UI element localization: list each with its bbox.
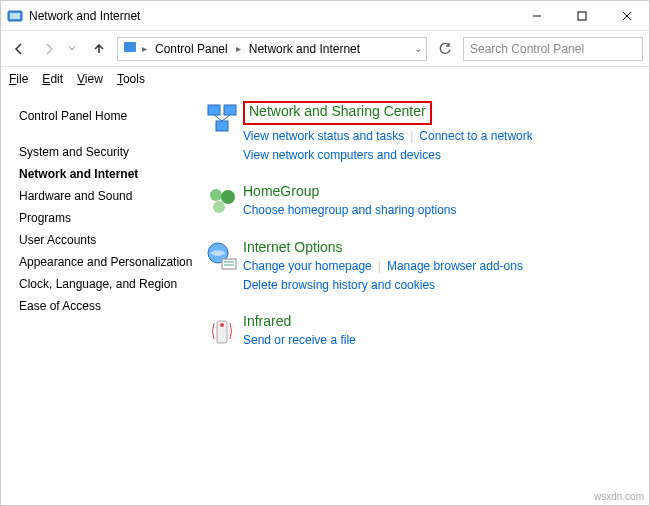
address-bar[interactable]: ▸ Control Panel ▸ Network and Internet ⌄	[117, 37, 427, 61]
sidebar-item-appearance[interactable]: Appearance and Personalization	[19, 251, 193, 273]
svg-rect-7	[208, 105, 220, 115]
category-title[interactable]: Internet Options	[243, 239, 343, 255]
category-network-sharing: Network and Sharing Center View network …	[201, 101, 639, 165]
highlight-box: Network and Sharing Center	[243, 101, 432, 125]
maximize-button[interactable]	[559, 1, 604, 31]
sidebar-home[interactable]: Control Panel Home	[19, 105, 193, 127]
refresh-button[interactable]	[433, 37, 457, 61]
titlebar: Network and Internet	[1, 1, 649, 31]
main-panel: Network and Sharing Center View network …	[201, 91, 649, 378]
breadcrumb-network-internet[interactable]: Network and Internet	[245, 42, 364, 56]
link-change-homepage[interactable]: Change your homepage	[243, 259, 372, 273]
search-input[interactable]: Search Control Panel	[463, 37, 643, 61]
window-controls	[514, 1, 649, 31]
sidebar-item-programs[interactable]: Programs	[19, 207, 193, 229]
internet-options-icon	[201, 239, 243, 295]
svg-line-11	[222, 115, 230, 121]
homegroup-icon	[201, 183, 243, 220]
sidebar-item-user-accounts[interactable]: User Accounts	[19, 229, 193, 251]
category-homegroup: HomeGroup Choose homegroup and sharing o…	[201, 183, 639, 220]
category-internet-options: Internet Options Change your homepage|Ma…	[201, 239, 639, 295]
history-dropdown[interactable]	[67, 42, 81, 56]
up-button[interactable]	[87, 37, 111, 61]
menu-tools[interactable]: Tools	[117, 72, 145, 86]
app-icon	[7, 8, 23, 24]
menu-view[interactable]: View	[77, 72, 103, 86]
svg-line-10	[214, 115, 222, 121]
infrared-icon	[201, 313, 243, 350]
svg-rect-1	[10, 13, 20, 19]
svg-point-20	[220, 323, 224, 327]
sidebar-item-ease-access[interactable]: Ease of Access	[19, 295, 193, 317]
svg-point-14	[213, 201, 225, 213]
toolbar: ▸ Control Panel ▸ Network and Internet ⌄…	[1, 31, 649, 67]
menu-bar: File Edit View Tools	[1, 67, 649, 91]
svg-rect-3	[578, 12, 586, 20]
sidebar-item-network-internet[interactable]: Network and Internet	[19, 163, 193, 185]
chevron-right-icon: ▸	[142, 43, 147, 54]
svg-rect-16	[222, 259, 236, 269]
svg-rect-9	[216, 121, 228, 131]
category-title[interactable]: Network and Sharing Center	[249, 103, 426, 119]
breadcrumb-icon	[122, 39, 138, 58]
svg-point-12	[210, 189, 222, 201]
svg-point-13	[221, 190, 235, 204]
search-placeholder: Search Control Panel	[470, 42, 584, 56]
category-infrared: Infrared Send or receive a file	[201, 313, 639, 350]
minimize-button[interactable]	[514, 1, 559, 31]
close-button[interactable]	[604, 1, 649, 31]
sidebar: Control Panel Home System and Security N…	[1, 91, 201, 378]
forward-button[interactable]	[37, 37, 61, 61]
link-delete-history[interactable]: Delete browsing history and cookies	[243, 278, 435, 292]
menu-edit[interactable]: Edit	[42, 72, 63, 86]
link-connect-network[interactable]: Connect to a network	[419, 129, 532, 143]
address-dropdown[interactable]: ⌄	[414, 43, 422, 54]
sidebar-item-hardware-sound[interactable]: Hardware and Sound	[19, 185, 193, 207]
link-view-status[interactable]: View network status and tasks	[243, 129, 404, 143]
link-view-computers[interactable]: View network computers and devices	[243, 148, 441, 162]
link-homegroup-options[interactable]: Choose homegroup and sharing options	[243, 203, 456, 217]
network-sharing-icon	[201, 101, 243, 165]
chevron-right-icon: ▸	[236, 43, 241, 54]
link-manage-addons[interactable]: Manage browser add-ons	[387, 259, 523, 273]
sidebar-item-system-security[interactable]: System and Security	[19, 141, 193, 163]
back-button[interactable]	[7, 37, 31, 61]
menu-file[interactable]: File	[9, 72, 28, 86]
window-title: Network and Internet	[29, 9, 514, 23]
link-send-receive[interactable]: Send or receive a file	[243, 333, 356, 347]
svg-rect-6	[124, 42, 136, 52]
content-area: Control Panel Home System and Security N…	[1, 91, 649, 378]
category-title[interactable]: Infrared	[243, 313, 291, 329]
sidebar-item-clock-language[interactable]: Clock, Language, and Region	[19, 273, 193, 295]
breadcrumb-control-panel[interactable]: Control Panel	[151, 42, 232, 56]
category-title[interactable]: HomeGroup	[243, 183, 319, 199]
svg-rect-8	[224, 105, 236, 115]
watermark: wsxdn.com	[594, 491, 644, 502]
